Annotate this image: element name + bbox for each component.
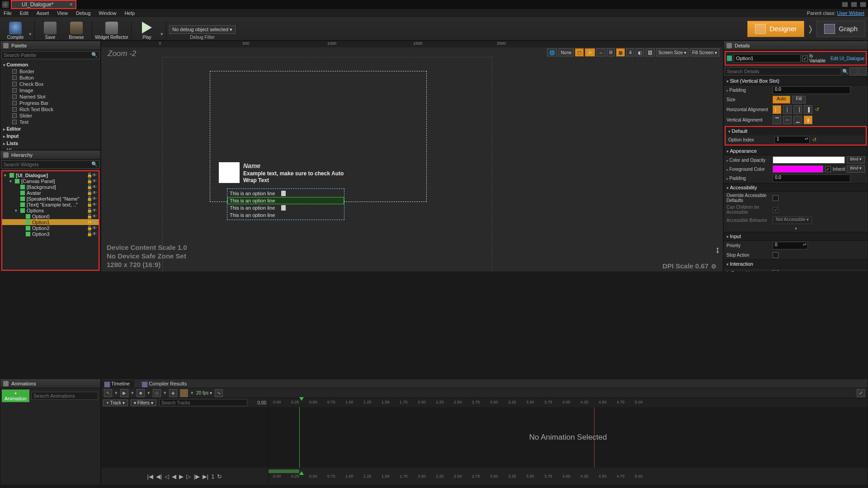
hierarchy-node[interactable]: Option3🔓👁 bbox=[2, 231, 99, 237]
menu-window[interactable]: Window bbox=[99, 10, 116, 16]
menu-help[interactable]: Help bbox=[124, 10, 135, 16]
palette-item[interactable]: Button bbox=[0, 75, 100, 81]
options-container[interactable]: This is an option lineThis is an option … bbox=[227, 188, 344, 220]
details-cat-accessibility[interactable]: Accessibility bbox=[724, 183, 868, 192]
palette-item[interactable]: Border bbox=[0, 68, 100, 75]
playhead-line[interactable] bbox=[299, 407, 300, 468]
option-widget[interactable]: This is an option line bbox=[227, 197, 344, 204]
show-outlines-button[interactable]: ▢ bbox=[575, 48, 584, 56]
is-variable-checkbox[interactable]: Is Variable bbox=[802, 53, 829, 63]
halign-right-button[interactable]: ▕ bbox=[793, 105, 802, 114]
foreground-color-swatch[interactable] bbox=[773, 165, 823, 173]
lock-icon[interactable]: 🔓 bbox=[87, 214, 91, 219]
lock-button[interactable]: 🔒 bbox=[585, 48, 595, 56]
eye-icon[interactable]: 👁 bbox=[92, 225, 97, 230]
details-cat-slot[interactable]: Slot (Vertical Box Slot) bbox=[724, 76, 868, 85]
localization-icon[interactable]: 🌐 bbox=[547, 48, 557, 56]
stop-action-checkbox[interactable] bbox=[773, 252, 778, 258]
track-filters-button[interactable]: ▾ Filters ▾ bbox=[131, 399, 156, 406]
palette-item[interactable]: Slider bbox=[0, 113, 100, 119]
grid-size-button[interactable]: 4 bbox=[626, 48, 634, 56]
preview-image-button[interactable]: 🖼 bbox=[646, 48, 655, 56]
tl-curve-tool[interactable]: ∿ bbox=[215, 389, 223, 397]
halign-center-button[interactable]: │ bbox=[783, 105, 792, 114]
tl-step-back[interactable]: ◁ bbox=[165, 473, 169, 480]
tl-key-tool[interactable]: ◇ bbox=[153, 389, 161, 397]
tl-step-fwd[interactable]: ▷ bbox=[186, 473, 191, 480]
speaker-name-widget[interactable]: Name bbox=[243, 162, 260, 169]
hierarchy-node[interactable]: [SpeakerName] "Name"🔓👁 bbox=[2, 196, 99, 202]
details-view-button[interactable] bbox=[859, 67, 867, 75]
end-marker-line[interactable] bbox=[594, 407, 594, 468]
palette-item[interactable]: Rich Text Block bbox=[0, 106, 100, 113]
appearance-padding-input[interactable]: 0.0 bbox=[773, 174, 850, 182]
close-tab-icon[interactable]: × bbox=[70, 1, 73, 8]
window-tab[interactable]: UI_Dialogue* × bbox=[11, 0, 76, 9]
graph-mode-button[interactable]: Graph bbox=[816, 21, 865, 37]
color-bind-button[interactable]: Bind ▾ bbox=[847, 156, 865, 164]
lock-icon[interactable]: 🔓 bbox=[87, 178, 91, 183]
save-button[interactable]: Save bbox=[38, 18, 63, 40]
menu-edit[interactable]: Edit bbox=[20, 10, 28, 16]
tl-loop-button[interactable]: ↻ bbox=[217, 473, 222, 480]
option-widget[interactable]: This is an option line bbox=[227, 204, 344, 211]
designer-viewport[interactable]: 0500100015002000 Zoom -2 🌐 None ▢ 🔒 ↔ R … bbox=[101, 41, 723, 272]
palette-item[interactable]: Text bbox=[0, 119, 100, 125]
tl-goto-start[interactable]: |◀ bbox=[147, 473, 153, 480]
widget-reflector-button[interactable]: Widget Reflector bbox=[95, 18, 128, 40]
eye-icon[interactable]: 👁 bbox=[92, 190, 97, 195]
menu-file[interactable]: File bbox=[4, 10, 12, 16]
valign-fill-button[interactable]: ▮ bbox=[804, 116, 812, 124]
palette-item[interactable]: Check Box bbox=[0, 81, 100, 87]
palette-item[interactable]: Image bbox=[0, 87, 100, 94]
tab-compiler-results[interactable]: Compiler Results bbox=[139, 380, 191, 387]
widget-visibility-select[interactable]: None bbox=[558, 48, 574, 56]
override-accessible-checkbox[interactable] bbox=[773, 195, 778, 201]
color-opacity-swatch[interactable] bbox=[773, 156, 845, 164]
palette-category[interactable]: Lists bbox=[0, 140, 100, 147]
edit-blueprint-link[interactable]: Edit UI_Dialogue bbox=[830, 56, 864, 61]
compile-dropdown-icon[interactable]: ▾ bbox=[29, 31, 32, 37]
play-button[interactable]: Play bbox=[134, 18, 160, 40]
tl-play-tool[interactable]: ▶ bbox=[120, 389, 128, 397]
details-cat-default[interactable]: Default bbox=[726, 127, 866, 135]
palette-cat-common[interactable]: Common bbox=[0, 61, 100, 68]
valign-bottom-button[interactable]: ▁ bbox=[793, 116, 802, 124]
tl-goto-end[interactable]: ▶| bbox=[203, 473, 208, 480]
hierarchy-node[interactable]: Option2🔓👁 bbox=[2, 225, 99, 231]
tl-cursor-tool[interactable]: ↖ bbox=[104, 389, 112, 397]
lock-icon[interactable]: 🔓 bbox=[87, 202, 91, 207]
playhead-top-icon[interactable] bbox=[299, 397, 304, 401]
hierarchy-node[interactable]: ▾[UI_Dialogue]🔓👁 bbox=[2, 172, 99, 178]
compile-button[interactable]: Compile bbox=[3, 18, 28, 40]
eye-icon[interactable]: 👁 bbox=[92, 184, 97, 189]
lock-icon[interactable]: 🔓 bbox=[87, 184, 91, 189]
hierarchy-search-input[interactable] bbox=[1, 160, 99, 169]
lock-icon[interactable]: 🔓 bbox=[87, 196, 91, 201]
eye-icon[interactable]: 👁 bbox=[92, 220, 97, 225]
eye-icon[interactable]: 👁 bbox=[92, 231, 97, 236]
hierarchy-node[interactable]: Option1🔓👁 bbox=[2, 219, 99, 225]
palette-item[interactable]: Named Slot bbox=[0, 94, 100, 100]
option-widget[interactable]: This is an option line bbox=[227, 190, 344, 197]
tl-settings-icon[interactable]: ⤢ bbox=[857, 389, 865, 397]
tl-frame-number[interactable]: 1 bbox=[211, 473, 214, 480]
tl-stop-tool[interactable]: ■ bbox=[137, 389, 145, 397]
eye-icon[interactable]: 👁 bbox=[92, 196, 97, 201]
option-index-reset-icon[interactable]: ↺ bbox=[812, 137, 816, 143]
track-search-input[interactable] bbox=[159, 399, 247, 406]
tl-snap-tool[interactable] bbox=[180, 389, 188, 397]
halign-fill-button[interactable]: ▐ bbox=[804, 105, 812, 114]
debug-object-select[interactable]: No debug object selected ▾ bbox=[169, 25, 236, 34]
hierarchy-node[interactable]: ▾[Canvas Panel]🔓👁 bbox=[2, 178, 99, 184]
eye-icon[interactable]: 👁 bbox=[92, 173, 97, 178]
fill-screen-select[interactable]: Fill Screen ▾ bbox=[690, 48, 719, 56]
palette-search-input[interactable] bbox=[1, 51, 99, 59]
eye-icon[interactable]: 👁 bbox=[92, 214, 97, 219]
minimize-button[interactable] bbox=[842, 2, 848, 7]
lock-icon[interactable]: 🔓 bbox=[87, 220, 91, 225]
playhead-bottom-icon[interactable] bbox=[299, 471, 304, 475]
tl-autokey-tool[interactable]: ◈ bbox=[169, 389, 177, 397]
speaker-text-widget[interactable]: Example text, make sure to check Auto Wr… bbox=[243, 170, 347, 184]
size-fill-button[interactable]: Fill bbox=[792, 96, 806, 103]
